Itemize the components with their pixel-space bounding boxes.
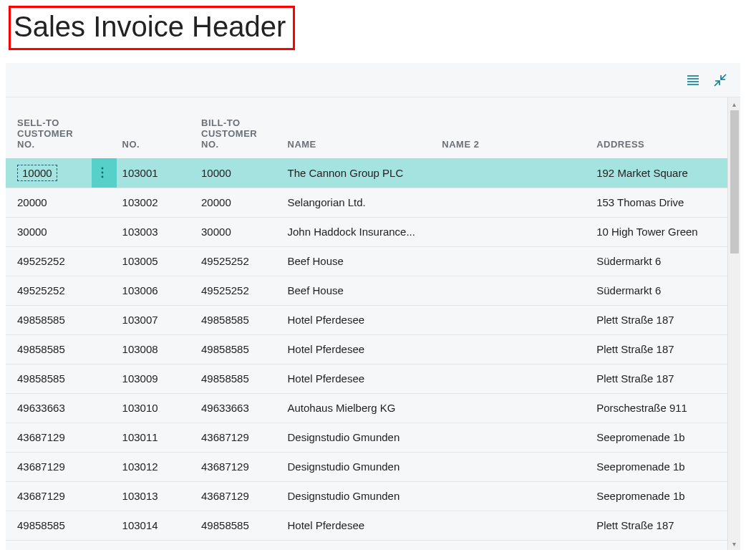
cell-sellto[interactable]: 43687129 [6, 481, 92, 511]
cell-name2[interactable] [436, 511, 591, 540]
cell-address[interactable]: Seepromenade 1b [591, 452, 727, 481]
cell-name[interactable]: John Haddock Insurance... [282, 217, 437, 246]
row-menu-button[interactable] [92, 158, 116, 188]
cell-no[interactable]: 103010 [117, 393, 195, 423]
cell-address[interactable]: Seepromenade 1b [591, 423, 727, 452]
cell-name2[interactable] [436, 364, 591, 393]
cell-name[interactable]: The Cannon Group PLC [282, 158, 437, 188]
cell-sellto[interactable]: 10000 [6, 158, 92, 188]
table-row[interactable]: 4952525210300549525252Beef HouseSüdermar… [6, 246, 727, 276]
vertical-scrollbar[interactable]: ▴ ▾ [727, 97, 740, 550]
scroll-down-icon[interactable]: ▾ [728, 537, 740, 550]
table-row[interactable]: 4985858510300749858585Hotel PferdeseePle… [6, 305, 727, 334]
cell-name[interactable]: Autohaus Mielberg KG [282, 393, 437, 423]
list-view-icon[interactable] [684, 72, 702, 89]
cell-address[interactable]: Südermarkt 6 [591, 246, 727, 276]
col-header-sellto[interactable]: SELL-TO CUSTOMER NO. [6, 97, 92, 158]
cell-no[interactable]: 103013 [117, 481, 195, 511]
cell-no[interactable]: 103009 [117, 364, 195, 393]
table-row[interactable]: 4985858510300949858585Hotel PferdeseePle… [6, 364, 727, 393]
cell-billto[interactable]: 49858585 [195, 364, 281, 393]
cell-name2[interactable] [436, 158, 591, 188]
cell-billto[interactable]: 43687129 [195, 481, 281, 511]
cell-sellto[interactable]: 49633663 [6, 393, 92, 423]
table-row[interactable]: 2000010300220000Selangorian Ltd.153 Thom… [6, 188, 727, 217]
cell-sellto[interactable]: 49525252 [6, 276, 92, 305]
cell-address[interactable]: 10 High Tower Green [591, 217, 727, 246]
cell-name2[interactable] [436, 276, 591, 305]
cell-address[interactable]: Plett Straße 187 [591, 334, 727, 364]
cell-no[interactable]: 103007 [117, 305, 195, 334]
cell-no[interactable]: 103011 [117, 423, 195, 452]
col-header-name2[interactable]: NAME 2 [436, 97, 591, 158]
cell-billto[interactable]: 20000 [195, 188, 281, 217]
table-row[interactable]: 4368712910301243687129Designstudio Gmund… [6, 452, 727, 481]
col-header-no[interactable]: NO. [117, 97, 195, 158]
cell-no[interactable]: 103005 [117, 246, 195, 276]
cell-name2[interactable] [436, 305, 591, 334]
cell-name[interactable]: Hotel Pferdesee [282, 305, 437, 334]
cell-address[interactable]: 153 Thomas Drive [591, 188, 727, 217]
cell-name2[interactable] [436, 481, 591, 511]
cell-no[interactable]: 103001 [117, 158, 195, 188]
cell-billto[interactable]: 43687129 [195, 452, 281, 481]
cell-sellto[interactable]: 49525252 [6, 246, 92, 276]
col-header-billto[interactable]: BILL-TO CUSTOMER NO. [195, 97, 281, 158]
cell-address[interactable]: Seepromenade 1b [591, 481, 727, 511]
cell-sellto[interactable]: 49858585 [6, 334, 92, 364]
cell-address[interactable]: Plett Straße 187 [591, 364, 727, 393]
focused-cell[interactable]: 10000 [17, 165, 57, 181]
cell-name2[interactable] [436, 334, 591, 364]
table-row[interactable]: 4952525210300649525252Beef HouseSüdermar… [6, 276, 727, 305]
cell-sellto[interactable]: 43687129 [6, 452, 92, 481]
cell-address[interactable]: Porschestraße 911 [591, 393, 727, 423]
cell-name[interactable]: Beef House [282, 276, 437, 305]
table-row[interactable]: 4985858510301449858585Hotel PferdeseePle… [6, 511, 727, 540]
scroll-up-icon[interactable]: ▴ [728, 97, 740, 110]
cell-sellto[interactable]: 49858585 [6, 305, 92, 334]
cell-name2[interactable] [436, 452, 591, 481]
cell-name2[interactable] [436, 188, 591, 217]
cell-billto[interactable]: 49525252 [195, 276, 281, 305]
cell-billto[interactable]: 10000 [195, 158, 281, 188]
collapse-icon[interactable] [712, 72, 729, 89]
cell-address[interactable]: Plett Straße 187 [591, 511, 727, 540]
cell-sellto[interactable]: 43687129 [6, 423, 92, 452]
cell-no[interactable]: 103014 [117, 511, 195, 540]
cell-name2[interactable] [436, 246, 591, 276]
scrollbar-thumb[interactable] [730, 110, 739, 254]
cell-name[interactable]: Hotel Pferdesee [282, 364, 437, 393]
cell-name[interactable]: Beef House [282, 246, 437, 276]
cell-name2[interactable] [436, 217, 591, 246]
table-row[interactable]: 4368712910301143687129Designstudio Gmund… [6, 423, 727, 452]
table-row[interactable]: 4368712910301343687129Designstudio Gmund… [6, 481, 727, 511]
cell-billto[interactable]: 49858585 [195, 305, 281, 334]
cell-no[interactable]: 103006 [117, 276, 195, 305]
cell-sellto[interactable]: 30000 [6, 217, 92, 246]
cell-name2[interactable] [436, 423, 591, 452]
cell-no[interactable]: 103008 [117, 334, 195, 364]
cell-name[interactable]: Designstudio Gmunden [282, 423, 437, 452]
table-row[interactable]: 4985858510300849858585Hotel PferdeseePle… [6, 334, 727, 364]
cell-billto[interactable]: 49858585 [195, 334, 281, 364]
cell-address[interactable]: Südermarkt 6 [591, 276, 727, 305]
cell-sellto[interactable]: 49858585 [6, 364, 92, 393]
cell-billto[interactable]: 43687129 [195, 423, 281, 452]
cell-billto[interactable]: 49633663 [195, 393, 281, 423]
cell-no[interactable]: 103002 [117, 188, 195, 217]
table-row[interactable]: 3000010300330000John Haddock Insurance..… [6, 217, 727, 246]
cell-no[interactable]: 103003 [117, 217, 195, 246]
col-header-name[interactable]: NAME [282, 97, 437, 158]
table-row[interactable]: 4963366310301049633663Autohaus Mielberg … [6, 393, 727, 423]
cell-billto[interactable]: 49858585 [195, 511, 281, 540]
cell-billto[interactable]: 49525252 [195, 246, 281, 276]
cell-name[interactable]: Hotel Pferdesee [282, 334, 437, 364]
cell-sellto[interactable]: 20000 [6, 188, 92, 217]
cell-name2[interactable] [436, 393, 591, 423]
cell-address[interactable]: 192 Market Square [591, 158, 727, 188]
table-row[interactable]: 1000010300110000The Cannon Group PLC192 … [6, 158, 727, 188]
cell-name[interactable]: Designstudio Gmunden [282, 481, 437, 511]
cell-name[interactable]: Hotel Pferdesee [282, 511, 437, 540]
col-header-address[interactable]: ADDRESS [591, 97, 727, 158]
cell-name[interactable]: Selangorian Ltd. [282, 188, 437, 217]
